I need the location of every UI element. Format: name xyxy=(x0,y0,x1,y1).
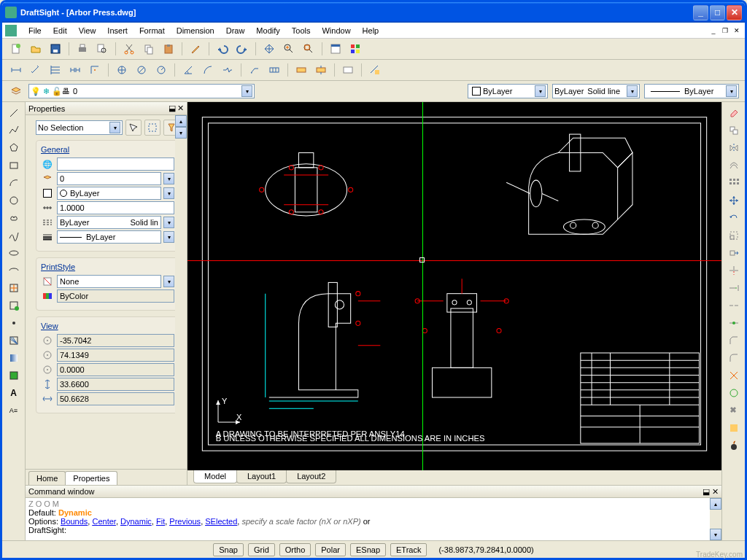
stretch-icon[interactable] xyxy=(725,245,743,261)
chevron-down-icon[interactable]: ▾ xyxy=(163,276,174,287)
tool1-icon[interactable] xyxy=(725,385,743,401)
point-icon[interactable] xyxy=(5,315,23,331)
dim-center-icon[interactable] xyxy=(114,62,130,78)
scale2-icon[interactable] xyxy=(725,228,743,244)
color-combo[interactable]: ByLayer ▾ xyxy=(468,84,548,98)
layer-manager-icon[interactable] xyxy=(8,83,24,99)
canvas[interactable]: A DRAWING TO BE INTERPRETED PER ANSI Y14… xyxy=(187,102,721,470)
join-icon[interactable] xyxy=(725,315,743,331)
menu-tools[interactable]: Tools xyxy=(286,25,317,36)
save-icon[interactable] xyxy=(47,41,63,57)
select-objects-icon[interactable] xyxy=(144,120,160,136)
status-ortho[interactable]: Ortho xyxy=(279,543,311,556)
pan-icon[interactable] xyxy=(261,41,277,57)
menu-view[interactable]: View xyxy=(73,25,102,36)
copy-icon[interactable] xyxy=(141,41,157,57)
block-icon[interactable] xyxy=(5,280,23,296)
menu-edit[interactable]: Edit xyxy=(47,25,73,36)
print-icon[interactable] xyxy=(74,41,90,57)
printstyle-field[interactable]: None xyxy=(57,275,161,288)
options-icon[interactable] xyxy=(725,402,743,419)
ellipse-arc-icon[interactable] xyxy=(5,262,23,279)
mdi-restore-icon[interactable]: ❐ xyxy=(720,26,730,36)
toggle-pickadd-icon[interactable] xyxy=(125,120,142,136)
pin-icon[interactable]: ⬓ xyxy=(703,487,710,497)
panel-close-icon[interactable]: ✕ xyxy=(712,487,719,497)
opt-previous[interactable]: Previous xyxy=(169,517,201,526)
mirror-icon[interactable] xyxy=(725,140,743,156)
dim-ordinate-icon[interactable] xyxy=(87,62,103,78)
trim-icon[interactable] xyxy=(725,262,743,279)
rotate-icon[interactable] xyxy=(725,210,743,226)
zoom-extents-icon[interactable] xyxy=(301,41,317,57)
opt-bounds[interactable]: Bounds xyxy=(61,517,88,526)
arc-icon[interactable] xyxy=(5,175,23,191)
tolerance-icon[interactable] xyxy=(266,62,282,78)
menu-dimension[interactable]: Dimension xyxy=(171,25,220,36)
command-history[interactable]: ZOOM Default: Dynamic Options: Bounds, C… xyxy=(26,498,721,540)
tab-properties[interactable]: Properties xyxy=(65,471,117,485)
menu-help[interactable]: Help xyxy=(357,25,385,36)
hyperlink-field[interactable] xyxy=(57,158,174,171)
chevron-down-icon[interactable]: ▾ xyxy=(163,231,174,243)
chevron-down-icon[interactable]: ▾ xyxy=(241,85,252,97)
mtext-icon[interactable]: A≡ xyxy=(5,402,23,419)
offset-icon[interactable] xyxy=(725,158,743,174)
revcloud-icon[interactable] xyxy=(5,210,23,226)
erase-icon[interactable] xyxy=(725,105,743,121)
selection-combo[interactable]: No Selection ▾ xyxy=(36,120,123,135)
pencil-icon[interactable] xyxy=(187,41,204,57)
copy2-icon[interactable] xyxy=(725,122,743,139)
dim-diameter-icon[interactable] xyxy=(133,62,150,78)
scale-field[interactable]: 1.0000 xyxy=(57,201,174,214)
status-polar[interactable]: Polar xyxy=(315,543,346,556)
polygon-icon[interactable] xyxy=(5,140,23,156)
chevron-down-icon[interactable]: ▾ xyxy=(163,173,174,184)
preview-icon[interactable] xyxy=(94,41,110,57)
tab-home[interactable]: Home xyxy=(28,471,66,485)
layer-field[interactable]: 0 xyxy=(57,172,161,185)
tab-layout1[interactable]: Layout1 xyxy=(236,470,287,483)
open-icon[interactable] xyxy=(28,41,44,57)
dim-aligned-icon[interactable] xyxy=(28,62,44,78)
explode-icon[interactable] xyxy=(725,368,743,384)
dim-edit-icon[interactable] xyxy=(293,62,309,78)
region-icon[interactable] xyxy=(5,368,23,384)
new-icon[interactable] xyxy=(8,41,24,57)
dim-linear-icon[interactable] xyxy=(8,62,24,78)
ellipse-icon[interactable] xyxy=(5,245,23,261)
array-icon[interactable] xyxy=(725,175,743,191)
redo-icon[interactable] xyxy=(234,41,250,57)
close-button[interactable]: ✕ xyxy=(727,5,742,20)
status-grid[interactable]: Grid xyxy=(248,543,275,556)
tab-layout2[interactable]: Layout2 xyxy=(286,470,336,483)
bomb-icon[interactable] xyxy=(725,438,743,454)
circle-icon[interactable] xyxy=(5,192,23,209)
status-etrack[interactable]: ETrack xyxy=(390,543,427,556)
polyline-icon[interactable] xyxy=(5,122,23,139)
linestyle-field[interactable]: ByLayerSolid lin xyxy=(57,216,161,229)
chevron-down-icon[interactable]: ▾ xyxy=(163,217,174,228)
palette-icon[interactable] xyxy=(347,41,363,57)
fillet-icon[interactable] xyxy=(725,350,743,366)
command-prompt[interactable]: DraftSight: xyxy=(28,526,719,534)
hatch-icon[interactable] xyxy=(5,332,23,349)
command-scrollbar[interactable]: ▴▾ xyxy=(710,498,721,540)
menu-insert[interactable]: Insert xyxy=(101,25,133,36)
chevron-down-icon[interactable]: ▾ xyxy=(109,122,120,133)
minimize-button[interactable]: _ xyxy=(693,5,708,20)
opt-selected[interactable]: SElected xyxy=(205,517,237,526)
mdi-minimize-icon[interactable]: _ xyxy=(708,26,719,36)
chevron-down-icon[interactable]: ▾ xyxy=(726,85,737,97)
block-insert-icon[interactable] xyxy=(5,298,23,314)
help2-icon[interactable] xyxy=(725,420,743,436)
cut-icon[interactable] xyxy=(121,41,137,57)
opt-dynamic[interactable]: Dynamic xyxy=(120,517,152,526)
chevron-down-icon[interactable]: ▾ xyxy=(627,85,638,97)
menu-draw[interactable]: Draw xyxy=(220,25,251,36)
menu-window[interactable]: Window xyxy=(316,25,356,36)
dim-style-icon[interactable] xyxy=(340,62,356,78)
move-icon[interactable] xyxy=(725,192,743,209)
dim-baseline-icon[interactable] xyxy=(47,62,63,78)
menu-modify[interactable]: Modify xyxy=(250,25,285,36)
